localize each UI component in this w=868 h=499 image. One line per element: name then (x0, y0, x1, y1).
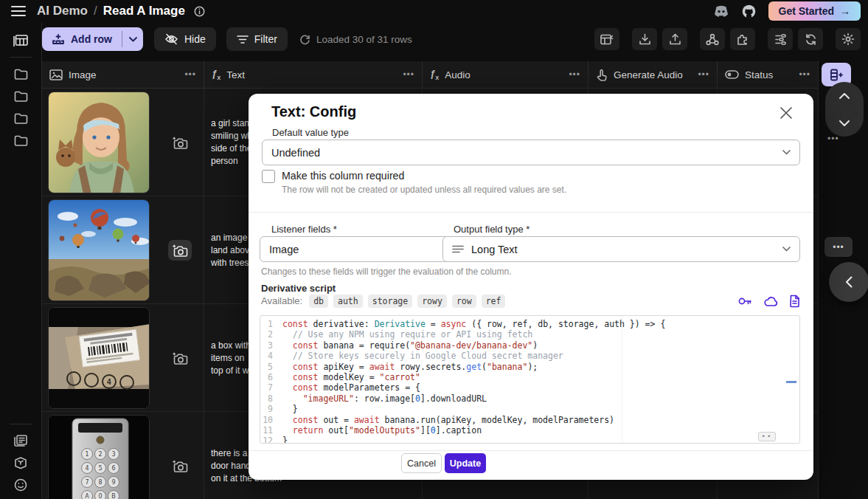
row-image-thumbnail-box[interactable]: 4 (48, 307, 150, 409)
listener-fields-selected: Image (269, 244, 299, 255)
hide-columns-button[interactable]: Hide (154, 27, 216, 51)
folder-icon (14, 91, 28, 102)
action-hand-icon (596, 69, 608, 81)
github-link[interactable] (741, 4, 757, 19)
sidebar-learn-button[interactable] (7, 452, 34, 474)
column-header-generate-audio[interactable]: Generate Audio (588, 61, 718, 88)
filter-button[interactable]: Filter (226, 27, 288, 51)
breadcrumb: AI Demo / Read A Image (37, 4, 205, 18)
upload-image-button[interactable] (168, 132, 192, 153)
image-cell (42, 196, 204, 303)
line-number: 4 (260, 351, 282, 361)
sidebar-folder-4[interactable] (7, 129, 34, 151)
file-icon (789, 295, 800, 308)
sidebar-folder-1[interactable] (7, 63, 34, 85)
add-row-dropdown-button[interactable] (122, 27, 143, 51)
get-started-label: Get Started (779, 5, 834, 17)
column-menu-image[interactable] (184, 69, 196, 80)
svg-text:4: 4 (85, 465, 88, 472)
open-side-drawer-button[interactable] (829, 262, 868, 302)
svg-text:7: 7 (85, 479, 88, 486)
image-cell: 123 456 789 A0B Digicode (42, 412, 204, 499)
import-button[interactable] (632, 28, 657, 50)
hamburger-menu-button[interactable] (4, 1, 32, 21)
sidebar-folder-3[interactable] (7, 107, 34, 129)
table-settings-button[interactable] (594, 28, 619, 50)
column-menu-status[interactable] (799, 69, 810, 80)
sidebar-feedback-button[interactable] (7, 474, 34, 496)
available-chips: dbauthstoragerowyrowref (309, 295, 510, 306)
editor-overview-marker (786, 381, 796, 383)
webhooks-button[interactable] (700, 28, 725, 50)
tree-list-icon (774, 34, 787, 45)
code-line: 11 return out["modelOutputs"][0].caption (260, 425, 799, 436)
filter-label: Filter (254, 33, 277, 45)
logs-button[interactable] (768, 28, 793, 50)
code-line: 6 const modelKey = "carrot" (260, 372, 799, 382)
table-toolbar: Add row Hide Filter Loaded 30 of 31 rows (42, 24, 868, 55)
line-number: 9 (260, 404, 282, 414)
column-menu-audio[interactable] (569, 69, 580, 80)
row-menu-button[interactable] (827, 134, 839, 144)
column-header-image[interactable]: Image (42, 61, 204, 88)
available-chip: db (309, 295, 328, 308)
row-image-thumbnail-balloons[interactable] (48, 199, 150, 301)
upload-image-button[interactable] (168, 455, 192, 476)
discord-link[interactable] (713, 5, 729, 18)
listener-fields-help-text: Changes to these fields will trigger the… (261, 266, 512, 277)
sync-icon (805, 33, 817, 46)
column-menu-text[interactable] (403, 69, 414, 80)
scroll-down-button[interactable] (825, 109, 864, 137)
column-header-status[interactable]: Status (718, 61, 818, 88)
add-row-button[interactable]: Add row (42, 27, 122, 51)
sidebar-folder-2[interactable] (7, 85, 34, 107)
column-header-text[interactable]: ƒx Text (204, 61, 423, 88)
sidebar-changelog-button[interactable] (7, 430, 34, 452)
table-info-button[interactable] (194, 6, 205, 17)
image-cell (42, 89, 204, 196)
row-menu-button-hover[interactable] (824, 237, 853, 257)
line-number: 5 (260, 362, 282, 372)
upload-image-button[interactable] (168, 240, 192, 261)
update-button[interactable]: Update (445, 453, 486, 473)
editor-resize-grip[interactable] (758, 432, 776, 441)
default-value-select[interactable]: Undefined (262, 140, 800, 165)
column-header-audio[interactable]: ƒx Audio (423, 61, 588, 88)
get-started-button[interactable]: Get Started → (768, 1, 861, 21)
right-rail (818, 61, 868, 499)
output-field-type-select[interactable]: Long Text (442, 236, 800, 262)
camera-plus-icon (172, 243, 188, 258)
scroll-up-button[interactable] (825, 82, 864, 109)
docs-file-button[interactable] (789, 295, 800, 308)
sidebar-item-tables[interactable] (7, 30, 34, 52)
code-editor[interactable]: 1const derivative: Derivative = async ({… (260, 315, 800, 444)
editor-ruler (622, 316, 622, 443)
column-label: Image (69, 69, 97, 80)
cloud-logs-button[interactable] (763, 295, 778, 308)
discord-icon (713, 5, 729, 18)
camera-plus-icon (172, 135, 188, 150)
github-icon (741, 4, 757, 19)
row-image-thumbnail-girl[interactable] (48, 92, 150, 193)
breadcrumb-project[interactable]: AI Demo (37, 4, 88, 18)
secrets-key-button[interactable] (737, 295, 752, 308)
chevron-down-icon (782, 150, 791, 155)
required-checkbox[interactable] (262, 170, 275, 183)
line-number: 11 (260, 425, 282, 436)
export-icon (669, 33, 681, 46)
line-number: 6 (260, 372, 282, 382)
chevron-down-icon (839, 120, 850, 126)
export-button[interactable] (662, 28, 687, 50)
settings-button[interactable] (836, 28, 861, 50)
column-menu-generate-audio[interactable] (698, 69, 709, 80)
line-number: 12 (260, 436, 282, 444)
loaded-rows-status: Loaded 30 of 31 rows (299, 34, 412, 45)
modal-close-button[interactable] (780, 104, 797, 122)
extensions-button[interactable] (730, 28, 755, 50)
row-image-thumbnail-keypad[interactable]: 123 456 789 A0B Digicode (48, 415, 150, 499)
sync-button[interactable] (798, 28, 823, 50)
upload-image-button[interactable] (168, 348, 192, 368)
folder-icon (14, 113, 28, 124)
cancel-button[interactable]: Cancel (401, 453, 442, 473)
loop-icon (299, 34, 310, 45)
